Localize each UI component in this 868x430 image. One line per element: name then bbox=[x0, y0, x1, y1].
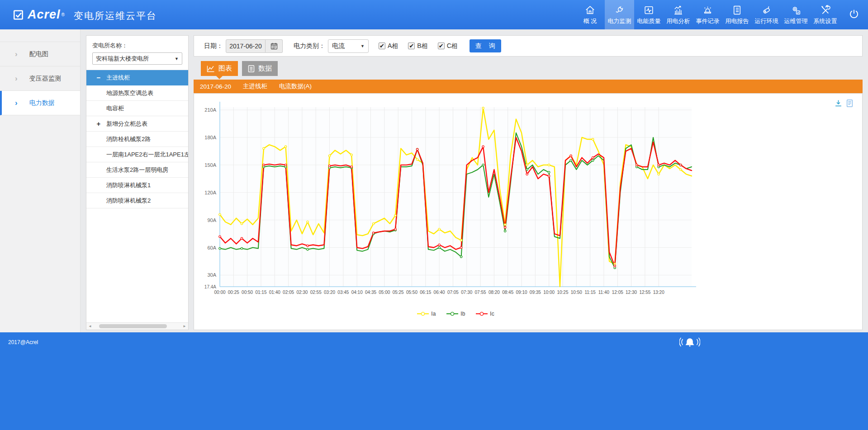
svg-text:02:05: 02:05 bbox=[283, 290, 294, 295]
svg-text:01:40: 01:40 bbox=[269, 290, 280, 295]
svg-text:12:55: 12:55 bbox=[639, 290, 650, 295]
alarm-bell-button[interactable] bbox=[679, 335, 700, 351]
svg-text:07:05: 07:05 bbox=[447, 290, 459, 295]
sidebar-menu: › 配电图 › 变压器监测 › 电力数据 bbox=[0, 42, 80, 115]
collapse-icon[interactable]: − bbox=[95, 74, 102, 81]
phase-b-checkbox[interactable]: ✔ B相 bbox=[408, 42, 427, 50]
tree-item-sprinkler-pump-1[interactable]: 消防喷淋机械泵1 bbox=[86, 178, 188, 193]
nav-item-overview[interactable]: 概 况 bbox=[575, 0, 605, 29]
horizontal-scrollbar[interactable]: ◄ ► bbox=[86, 322, 188, 330]
scrollbar-thumb[interactable] bbox=[99, 324, 167, 328]
sidebar-item-distribution-diagram[interactable]: › 配电图 bbox=[0, 42, 80, 66]
svg-text:06:40: 06:40 bbox=[434, 290, 445, 295]
legend-item-ic[interactable]: Ic bbox=[476, 311, 494, 317]
svg-text:10:25: 10:25 bbox=[557, 290, 568, 295]
view-tabs: 图表 数据 bbox=[201, 61, 278, 76]
svg-text:04:10: 04:10 bbox=[351, 290, 363, 295]
svg-text:90A: 90A bbox=[207, 217, 216, 223]
tree-item-new-split-cabinet[interactable]: + 新增分立柜总表 bbox=[86, 116, 188, 132]
tree-item-fire-hydrant-pump[interactable]: 消防栓机械泵2路 bbox=[86, 132, 188, 147]
chevron-right-icon: › bbox=[15, 50, 18, 59]
nav-item-event-log[interactable]: 事件记录 bbox=[693, 0, 722, 29]
query-button[interactable]: 查 询 bbox=[470, 39, 501, 52]
svg-text:210A: 210A bbox=[204, 107, 216, 113]
logo-text: Acrel bbox=[28, 9, 61, 21]
nav-item-power-monitoring[interactable]: 电力监测 bbox=[605, 0, 634, 29]
legend-line-circle-icon bbox=[446, 312, 458, 316]
svg-text:180A: 180A bbox=[204, 135, 216, 140]
svg-text:10:00: 10:00 bbox=[543, 290, 555, 295]
svg-text:09:10: 09:10 bbox=[516, 290, 527, 295]
nav-item-usage-analysis[interactable]: 用电分析 bbox=[664, 0, 693, 29]
legend-item-ia[interactable]: Ia bbox=[417, 311, 436, 317]
chevron-right-icon: › bbox=[15, 99, 18, 108]
siren-icon bbox=[702, 4, 713, 16]
nav-item-usage-report[interactable]: 用电报告 bbox=[722, 0, 752, 29]
station-select[interactable]: 安科瑞新大楼变电所 ▼ bbox=[92, 52, 182, 65]
tab-chart[interactable]: 图表 bbox=[201, 61, 238, 76]
power-icon bbox=[848, 8, 860, 22]
chart-title-date: 2017-06-20 bbox=[200, 83, 231, 90]
phase-c-checkbox[interactable]: ✔ C相 bbox=[438, 42, 458, 50]
filter-bar: 日期： 电力类别： 电流 ▼ ✔ A相 ✔ B相 ✔ C相 查 询 bbox=[194, 35, 863, 57]
caret-down-icon: ▼ bbox=[175, 57, 179, 61]
tab-data[interactable]: 数据 bbox=[242, 61, 278, 76]
svg-text:02:55: 02:55 bbox=[310, 290, 322, 295]
chart-title-bar: 2017-06-20 主进线柜 电流数据(A) bbox=[194, 80, 863, 93]
sidebar-item-power-data[interactable]: › 电力数据 bbox=[0, 91, 80, 115]
svg-text:11:15: 11:15 bbox=[584, 290, 596, 295]
svg-text:04:35: 04:35 bbox=[365, 290, 376, 295]
download-icon[interactable] bbox=[835, 99, 842, 107]
report-icon bbox=[731, 4, 743, 16]
tree-item-sprinkler-pump-2[interactable]: 消防喷淋机械泵2 bbox=[86, 193, 188, 208]
tree-item-water-pump[interactable]: 生活水泵2路一层弱电房 bbox=[86, 162, 188, 178]
svg-text:07:30: 07:30 bbox=[461, 290, 472, 295]
expand-icon[interactable]: + bbox=[95, 120, 102, 128]
chevron-right-icon: › bbox=[15, 74, 18, 83]
chart-panel: 30A60A90A120A150A180A210A00:0000:2500:50… bbox=[194, 93, 863, 330]
scrollbar-track[interactable] bbox=[94, 323, 181, 330]
scroll-right-icon[interactable]: ► bbox=[181, 323, 188, 330]
svg-text:05:00: 05:00 bbox=[379, 290, 390, 295]
tree-item-ground-source-heat-pump[interactable]: 地源热泵空调总表 bbox=[86, 85, 188, 101]
bell-icon bbox=[679, 343, 700, 351]
svg-text:10:50: 10:50 bbox=[571, 290, 582, 295]
svg-text:120A: 120A bbox=[204, 190, 216, 195]
left-sidebar: › 配电图 › 变压器监测 › 电力数据 bbox=[0, 29, 81, 332]
checkbox-checked-icon: ✔ bbox=[438, 43, 445, 49]
date-input[interactable] bbox=[226, 39, 266, 53]
app-title: 变电所运维云平台 bbox=[74, 10, 157, 21]
phase-a-checkbox[interactable]: ✔ A相 bbox=[379, 42, 398, 50]
nav-item-environment[interactable]: 运行环境 bbox=[752, 0, 781, 29]
svg-text:60A: 60A bbox=[207, 245, 216, 250]
svg-text:00:50: 00:50 bbox=[242, 290, 253, 295]
svg-text:03:20: 03:20 bbox=[324, 290, 335, 295]
power-category-select[interactable]: 电流 ▼ bbox=[328, 39, 369, 53]
chart-title-device: 主进线柜 bbox=[243, 82, 267, 90]
pulse-square-icon bbox=[643, 4, 655, 16]
svg-text:12:05: 12:05 bbox=[612, 290, 623, 295]
svg-text:17.4A: 17.4A bbox=[204, 284, 216, 289]
calendar-icon bbox=[270, 43, 278, 50]
tree-item-floor1-ape[interactable]: 一层南1APE2右一层北1APE1左 bbox=[86, 147, 188, 162]
legend-item-ib[interactable]: Ib bbox=[446, 311, 465, 317]
power-logout-button[interactable] bbox=[840, 0, 868, 29]
chart-toolbar bbox=[835, 99, 853, 107]
nav-item-ops-management[interactable]: 运维管理 bbox=[781, 0, 811, 29]
device-tree: − 主进线柜 地源热泵空调总表 电容柜 + 新增分立柜总表 消防栓机械泵2路 一… bbox=[86, 70, 188, 208]
top-navbar: Acrel® 变电所运维云平台 概 况 电力监测 电能质量 用电分析 事 bbox=[0, 0, 868, 29]
svg-text:00:25: 00:25 bbox=[228, 290, 239, 295]
scroll-left-icon[interactable]: ◄ bbox=[86, 323, 94, 330]
data-view-icon[interactable] bbox=[846, 99, 853, 107]
svg-text:05:50: 05:50 bbox=[406, 290, 417, 295]
nav-item-system-settings[interactable]: 系统设置 bbox=[811, 0, 840, 29]
checkbox-checked-icon: ✔ bbox=[408, 43, 415, 49]
sidebar-item-transformer-monitoring[interactable]: › 变压器监测 bbox=[0, 66, 80, 91]
tree-item-main-incoming-cabinet[interactable]: − 主进线柜 bbox=[86, 70, 188, 85]
gears-icon bbox=[790, 4, 802, 16]
tree-item-capacitor-cabinet[interactable]: 电容柜 bbox=[86, 101, 188, 116]
svg-text:150A: 150A bbox=[204, 162, 216, 168]
calendar-button[interactable] bbox=[266, 39, 283, 53]
plug-icon bbox=[614, 4, 625, 16]
nav-item-power-quality[interactable]: 电能质量 bbox=[634, 0, 664, 29]
